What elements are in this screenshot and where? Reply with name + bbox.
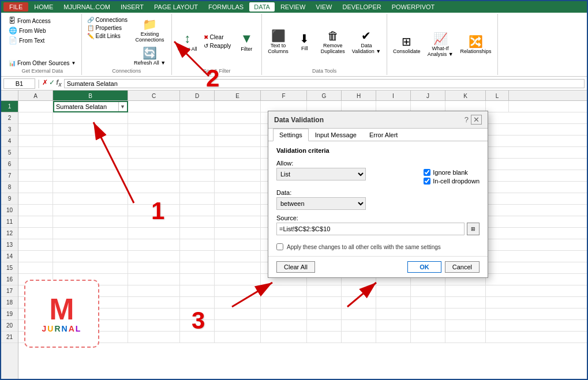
- row-num-7[interactable]: 7: [1, 170, 18, 182]
- grid-cell[interactable]: [215, 170, 261, 182]
- grid-cell[interactable]: [215, 159, 261, 170]
- grid-cell[interactable]: [180, 147, 215, 159]
- row-num-13[interactable]: 13: [1, 239, 18, 251]
- grid-cell[interactable]: [128, 193, 180, 205]
- btn-sort[interactable]: ↕ Clear All: [175, 30, 200, 53]
- grid-cell[interactable]: [307, 285, 342, 297]
- grid-cell[interactable]: [53, 216, 128, 228]
- source-input[interactable]: [276, 223, 465, 235]
- grid-cell[interactable]: [376, 308, 411, 320]
- row-num-14[interactable]: 14: [1, 251, 18, 262]
- row-num-17[interactable]: 17: [1, 285, 18, 297]
- grid-cell[interactable]: [180, 193, 215, 205]
- cell-reference[interactable]: [3, 78, 35, 89]
- grid-cell[interactable]: [215, 262, 261, 274]
- grid-cell[interactable]: [128, 228, 180, 239]
- btn-remove-duplicates[interactable]: 🗑 RemoveDuplicates: [319, 28, 347, 55]
- row-num-9[interactable]: 9: [1, 193, 18, 205]
- col-header-f[interactable]: F: [261, 91, 307, 100]
- grid-cell[interactable]: [128, 308, 180, 320]
- grid-cell[interactable]: [486, 285, 509, 297]
- grid-cell[interactable]: [180, 228, 215, 239]
- formula-input[interactable]: [64, 79, 585, 88]
- grid-cell[interactable]: [342, 285, 376, 297]
- grid-cell[interactable]: [18, 112, 53, 124]
- col-header-k[interactable]: K: [445, 91, 486, 100]
- grid-cell[interactable]: [486, 124, 509, 136]
- grid-cell[interactable]: [180, 251, 215, 262]
- grid-cell[interactable]: [307, 308, 342, 320]
- grid-cell[interactable]: [18, 147, 53, 159]
- grid-cell[interactable]: [53, 170, 128, 182]
- grid-cell[interactable]: [180, 262, 215, 274]
- grid-cell[interactable]: [376, 297, 411, 308]
- grid-cell[interactable]: [486, 262, 509, 274]
- cell-c1[interactable]: [128, 101, 180, 112]
- btn-text-to-columns[interactable]: ⬛ Text toColumns: [265, 28, 291, 55]
- grid-cell[interactable]: [486, 170, 509, 182]
- grid-cell[interactable]: [486, 332, 509, 343]
- row-num-2[interactable]: 2: [1, 112, 18, 124]
- grid-cell[interactable]: [215, 320, 261, 332]
- cell-e1[interactable]: [215, 101, 261, 112]
- grid-cell[interactable]: [180, 136, 215, 147]
- grid-cell[interactable]: [180, 239, 215, 251]
- grid-cell[interactable]: [180, 274, 215, 285]
- in-cell-dropdown-checkbox[interactable]: [424, 178, 430, 185]
- tab-error-alert[interactable]: Error Alert: [363, 129, 405, 141]
- grid-cell[interactable]: [180, 285, 215, 297]
- grid-cell[interactable]: [128, 285, 180, 297]
- cell-l1[interactable]: [486, 101, 509, 112]
- grid-cell[interactable]: [18, 182, 53, 193]
- col-header-d[interactable]: D: [180, 91, 215, 100]
- ignore-blank-checkbox[interactable]: [424, 169, 430, 176]
- grid-cell[interactable]: [128, 216, 180, 228]
- row-num-1[interactable]: 1: [1, 101, 18, 112]
- grid-cell[interactable]: [215, 297, 261, 308]
- grid-cell[interactable]: [486, 239, 509, 251]
- grid-cell[interactable]: [53, 182, 128, 193]
- grid-cell[interactable]: [445, 320, 486, 332]
- source-picker-button[interactable]: ⊞: [467, 223, 480, 235]
- allow-select[interactable]: List Any value Whole number Decimal Date: [276, 168, 366, 180]
- col-header-e[interactable]: E: [215, 91, 261, 100]
- grid-cell[interactable]: [445, 297, 486, 308]
- grid-cell[interactable]: [486, 320, 509, 332]
- grid-cell[interactable]: [342, 320, 376, 332]
- btn-what-if[interactable]: 📈 What-IfAnalysis ▼: [425, 31, 456, 58]
- cell-b1[interactable]: Sumatera Selatan ▼: [53, 101, 128, 112]
- btn-data-validation[interactable]: ✔ DataValidation ▼: [350, 28, 383, 55]
- grid-cell[interactable]: [128, 332, 180, 343]
- grid-cell[interactable]: [307, 332, 342, 343]
- grid-cell[interactable]: [18, 124, 53, 136]
- grid-cell[interactable]: [215, 274, 261, 285]
- btn-fill[interactable]: ⬇ Fill: [293, 31, 316, 52]
- cancel-formula-icon[interactable]: ✗: [42, 78, 48, 88]
- menu-powerpivot[interactable]: POWERPIVOT: [387, 2, 440, 12]
- grid-cell[interactable]: [215, 285, 261, 297]
- col-header-j[interactable]: J: [411, 91, 445, 100]
- grid-cell[interactable]: [215, 251, 261, 262]
- grid-cell[interactable]: [445, 285, 486, 297]
- btn-filter[interactable]: ▼ Filter: [235, 30, 258, 53]
- menu-home[interactable]: HOME: [29, 2, 58, 12]
- grid-cell[interactable]: [445, 308, 486, 320]
- grid-cell[interactable]: [486, 274, 509, 285]
- grid-cell[interactable]: [411, 332, 445, 343]
- menu-insert[interactable]: INSERT: [116, 2, 148, 12]
- grid-cell[interactable]: [18, 239, 53, 251]
- grid-cell[interactable]: [261, 332, 307, 343]
- grid-cell[interactable]: [411, 297, 445, 308]
- btn-properties[interactable]: 📋 Properties: [85, 24, 130, 32]
- col-header-i[interactable]: I: [376, 91, 411, 100]
- menu-developer[interactable]: DEVELOPER: [338, 2, 385, 12]
- menu-mjurnal[interactable]: MJURNAL.COM: [59, 2, 115, 12]
- dialog-help-icon[interactable]: ?: [465, 115, 469, 124]
- grid-cell[interactable]: [486, 147, 509, 159]
- btn-connections[interactable]: 🔗 Connections: [85, 16, 130, 24]
- btn-from-other[interactable]: 📊 From Other Sources ▼: [7, 59, 78, 67]
- grid-cell[interactable]: [18, 159, 53, 170]
- row-num-5[interactable]: 5: [1, 147, 18, 159]
- menu-page-layout[interactable]: PAGE LAYOUT: [149, 2, 203, 12]
- grid-cell[interactable]: [128, 239, 180, 251]
